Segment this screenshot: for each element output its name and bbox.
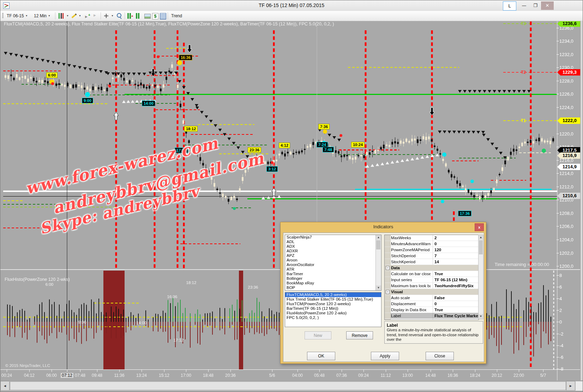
- scroll-thumb[interactable]: [376, 240, 380, 249]
- property-value[interactable]: 14: [433, 259, 479, 265]
- indicator-list-item[interactable]: Bollinger: [285, 276, 381, 281]
- selected-indicator-item[interactable]: Flux Trend Stalker Elite(TF 06-15 (12 Mi…: [285, 297, 381, 302]
- property-row[interactable]: −Data: [385, 265, 479, 271]
- property-value[interactable]: Same as input series: [433, 319, 479, 320]
- chevron-down-icon[interactable]: ▼: [79, 14, 81, 17]
- close-button[interactable]: ✕: [541, 1, 554, 10]
- instrument-dropdown[interactable]: TF 06-15▼: [7, 12, 28, 19]
- scroll-thumb[interactable]: [10, 381, 566, 390]
- property-value[interactable]: False: [433, 295, 479, 301]
- time-axis-label: 06:00: [46, 373, 57, 378]
- properties-grid[interactable]: MaxWeeks2MinutesAdvanceWarning0PowerZone…: [384, 235, 479, 320]
- vertical-scrollbar[interactable]: [580, 21, 583, 380]
- property-row[interactable]: Maximum bars look backTwoHundredFiftySix: [385, 283, 479, 289]
- price-axis-tick-label: 1232,0: [559, 52, 573, 57]
- interval-dropdown[interactable]: 12 Min▼: [34, 12, 50, 19]
- price-axis-tick-label: -2: [559, 331, 564, 337]
- scroll-left-icon[interactable]: ◄: [0, 381, 10, 391]
- property-row[interactable]: MaxWeeks2: [385, 235, 479, 241]
- indicator-list-item[interactable]: ATR: [285, 267, 381, 272]
- indicator-list-item[interactable]: ADXR: [285, 249, 381, 253]
- indicator-list-item[interactable]: APZ: [285, 253, 381, 258]
- selected-indicator-item[interactable]: FluxTCM(PowerZone 120 2-weeks): [285, 302, 381, 306]
- account-icon[interactable]: $: [152, 13, 158, 19]
- property-value[interactable]: 7: [433, 253, 479, 259]
- property-row[interactable]: PanelSame as input series: [385, 319, 479, 320]
- time-axis-tickmark: [29, 370, 30, 372]
- scroll-down-icon[interactable]: ▼: [479, 314, 483, 319]
- property-row[interactable]: Displacement0: [385, 301, 479, 307]
- toolbar-separator: [168, 12, 168, 19]
- property-row[interactable]: Auto scaleFalse: [385, 295, 479, 301]
- remove-button[interactable]: Remove: [346, 331, 373, 339]
- dial og-close-button[interactable]: x: [475, 223, 484, 231]
- collapse-icon[interactable]: −: [386, 290, 390, 294]
- property-value[interactable]: 120: [433, 247, 479, 253]
- grid-scrollbar[interactable]: ▲ ▼: [478, 235, 483, 319]
- snapshot-icon[interactable]: [144, 14, 151, 19]
- trend-label[interactable]: Trend: [171, 12, 182, 19]
- property-value[interactable]: 2: [433, 235, 479, 241]
- close-dialog-button[interactable]: Close: [426, 352, 454, 360]
- selected-indicator-item[interactable]: FluxTCM(AMACD,5, 20 2-weeks): [285, 293, 381, 297]
- link-button[interactable]: L: [503, 1, 516, 11]
- property-row[interactable]: Display in Data BoxTrue: [385, 307, 479, 313]
- scroll-up-icon[interactable]: ▲: [479, 235, 483, 240]
- crosshair-icon[interactable]: [103, 13, 109, 19]
- selected-indicator-item[interactable]: FPC 5.0(20, 0,2, ): [285, 315, 381, 320]
- property-value[interactable]: TF 06-15 (12 Min): [433, 277, 479, 283]
- ok-button[interactable]: OK: [307, 352, 335, 360]
- chevron-down-icon[interactable]: ▼: [66, 14, 69, 17]
- property-value[interactable]: TwoHundredFiftySix: [433, 283, 479, 289]
- indicator-list-item[interactable]: BOP: [285, 285, 381, 290]
- property-row[interactable]: MinutesAdvanceWarning0: [385, 241, 479, 247]
- indicator-list-item[interactable]: BookMap xRay: [285, 281, 381, 285]
- chevron-down-icon[interactable]: ▼: [111, 14, 114, 17]
- selected-indicator-item[interactable]: FluxHisto(PowerZone 120 2-wks): [285, 311, 381, 315]
- property-row[interactable]: StochKperiod14: [385, 259, 479, 265]
- indicator-list-item[interactable]: ADL: [285, 240, 381, 244]
- apply-button[interactable]: Apply: [371, 352, 399, 360]
- minimize-button[interactable]: —: [519, 1, 529, 10]
- target-level-label: T2: [521, 70, 526, 75]
- data-grid-icon[interactable]: [160, 13, 166, 19]
- indicators-icon[interactable]: [136, 13, 142, 19]
- pointer-add-icon[interactable]: ►+: [84, 12, 90, 19]
- scroll-right-icon[interactable]: ►: [566, 381, 575, 391]
- collapse-icon[interactable]: −: [386, 266, 390, 270]
- property-row[interactable]: Calculate on bar closeTrue: [385, 271, 479, 277]
- property-value[interactable]: 0: [433, 241, 479, 247]
- indicator-list-item[interactable]: ADX: [285, 244, 381, 249]
- available-indicators-list[interactable]: ▲ ▼ ScalperNinja7ADLADXADXRAPZAroonAroon…: [285, 235, 381, 291]
- list-scrollbar[interactable]: ▲ ▼: [375, 235, 381, 290]
- scroll-down-icon[interactable]: ▼: [376, 285, 381, 290]
- maximize-button[interactable]: ❐: [530, 1, 540, 10]
- property-value[interactable]: True: [433, 271, 479, 277]
- indicator-list-item[interactable]: Aroon: [285, 258, 381, 263]
- selected-indicator-item[interactable]: BarTimer(TF 06-15 (12 Min)): [285, 306, 381, 311]
- property-value[interactable]: Flux Time Cycle Marker: [433, 313, 479, 319]
- property-row[interactable]: StochDperiod7: [385, 253, 479, 259]
- property-row[interactable]: −Visual: [385, 289, 479, 295]
- pointer-icon[interactable]: ►: [93, 12, 97, 19]
- property-row[interactable]: LabelFlux Time Cycle Marker: [385, 313, 479, 319]
- property-row[interactable]: Input seriesTF 06-15 (12 Min): [385, 277, 479, 283]
- property-value[interactable]: 0: [433, 301, 479, 307]
- scroll-thumb[interactable]: [479, 240, 483, 254]
- scroll-up-icon[interactable]: ▲: [376, 235, 381, 240]
- indicator-list-item[interactable]: BarTimer: [285, 272, 381, 276]
- horizontal-scrollbar[interactable]: ◄ ►: [0, 381, 583, 391]
- property-value[interactable]: True: [433, 307, 479, 313]
- indicator-list-item[interactable]: AroonOscillator: [285, 263, 381, 267]
- new-button[interactable]: New: [305, 331, 331, 339]
- property-row[interactable]: PowerZoneMAPeriod120: [385, 247, 479, 253]
- time-axis-tickmark: [186, 370, 186, 372]
- property-name: Calculate on bar close: [391, 271, 431, 277]
- drawing-tools-icon[interactable]: [71, 13, 77, 19]
- toolbar-grip[interactable]: [2, 13, 4, 19]
- data-series-icon[interactable]: ▸: [127, 13, 133, 19]
- indicator-list-item[interactable]: ScalperNinja7: [285, 235, 381, 240]
- selected-indicators-list[interactable]: FluxTCM(AMACD,5, 20 2-weeks)Flux Trend S…: [285, 292, 381, 327]
- chart-style-icon[interactable]: [59, 13, 64, 19]
- zoom-icon[interactable]: [117, 13, 121, 18]
